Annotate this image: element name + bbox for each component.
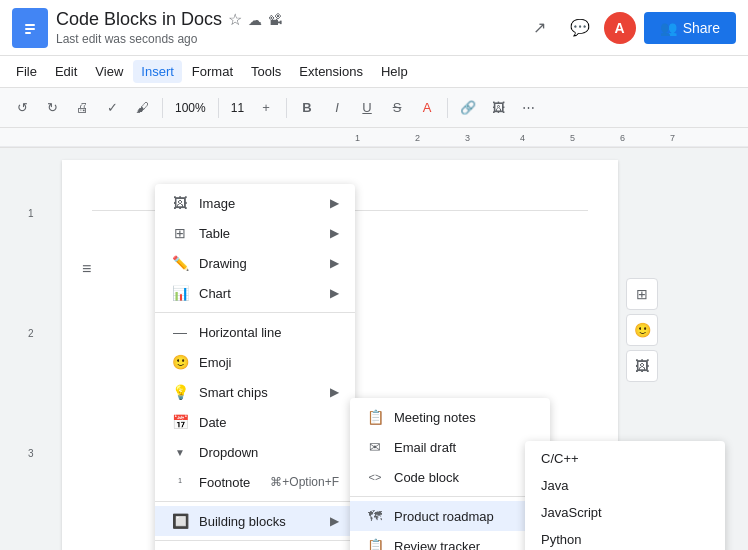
image-arrow: ▶ — [330, 196, 339, 210]
page-number-3: 3 — [28, 448, 34, 459]
hline-menu-icon: — — [171, 323, 189, 341]
zoom-select[interactable]: 100% — [169, 101, 212, 115]
svg-text:3: 3 — [465, 133, 470, 143]
more-button[interactable]: ⋯ — [514, 94, 542, 122]
underline-button[interactable]: U — [353, 94, 381, 122]
emaildraft-icon: ✉ — [366, 438, 384, 456]
image-menu-icon: 🖼 — [171, 194, 189, 212]
paintformat-button[interactable]: 🖌 — [128, 94, 156, 122]
footnote-menu-icon: ¹ — [171, 473, 189, 491]
cloud-icon: ☁ — [248, 12, 262, 28]
comment-icon[interactable]: 💬 — [564, 12, 596, 44]
bb-emaildraft-item[interactable]: ✉ Email draft — [350, 432, 550, 462]
star-icon[interactable]: ☆ — [228, 10, 242, 29]
avatar[interactable]: A — [604, 12, 636, 44]
codeblock-label: Code block — [394, 470, 515, 485]
page-number-1: 1 — [28, 208, 34, 219]
insert-emoji-item[interactable]: 🙂 Emoji — [155, 347, 355, 377]
strikethrough-button[interactable]: S — [383, 94, 411, 122]
redo-button[interactable]: ↻ — [38, 94, 66, 122]
lang-python[interactable]: Python — [525, 526, 725, 550]
chart-menu-icon: 📊 — [171, 284, 189, 302]
insert-footnote-item[interactable]: ¹ Footnote ⌘+Option+F — [155, 467, 355, 497]
meetingnotes-icon: 📋 — [366, 408, 384, 426]
menu-edit[interactable]: Edit — [47, 60, 85, 83]
top-bar: Code Blocks in Docs ☆ ☁ 📽 Last edit was … — [0, 0, 748, 56]
insert-smartchips-item[interactable]: 💡 Smart chips ▶ — [155, 377, 355, 407]
insert-chart-item[interactable]: 📊 Chart ▶ — [155, 278, 355, 308]
bold-button[interactable]: B — [293, 94, 321, 122]
menu-bar: File Edit View Insert Format Tools Exten… — [0, 56, 748, 88]
side-table-icon[interactable]: ⊞ — [626, 278, 658, 310]
bb-productroadmap-item[interactable]: 🗺 Product roadmap — [350, 501, 550, 531]
lang-cplusplus[interactable]: C/C++ — [525, 445, 725, 472]
lang-javascript[interactable]: JavaScript — [525, 499, 725, 526]
history-icon[interactable]: ↗ — [524, 12, 556, 44]
print-button[interactable]: 🖨 — [68, 94, 96, 122]
reviewtracker-icon: 📋 — [366, 537, 384, 550]
insert-date-item[interactable]: 📅 Date — [155, 407, 355, 437]
side-icons-panel: ⊞ 🙂 🖼 — [626, 278, 658, 382]
spellcheck-button[interactable]: ✓ — [98, 94, 126, 122]
insert-drawing-item[interactable]: ✏️ Drawing ▶ — [155, 248, 355, 278]
hline-menu-label: Horizontal line — [199, 325, 339, 340]
main-content: 1 2 3 4 5 6 7 1 2 3 ≡ ⊞ 🙂 🖼 + — [0, 128, 748, 550]
drawing-menu-icon: ✏️ — [171, 254, 189, 272]
bb-codeblock-item[interactable]: <> Code block ▶ — [350, 462, 550, 492]
menu-extensions[interactable]: Extensions — [291, 60, 371, 83]
buildingblocks-menu-icon: 🔲 — [171, 512, 189, 530]
bb-meetingnotes-item[interactable]: 📋 Meeting notes — [350, 402, 550, 432]
date-menu-label: Date — [199, 415, 339, 430]
italic-button[interactable]: I — [323, 94, 351, 122]
menu-file[interactable]: File — [8, 60, 45, 83]
chart-arrow: ▶ — [330, 286, 339, 300]
title-text: Code Blocks in Docs — [56, 9, 222, 30]
text-color-button[interactable]: A — [413, 94, 441, 122]
table-menu-icon: ⊞ — [171, 224, 189, 242]
smartchips-arrow: ▶ — [330, 385, 339, 399]
dropdown-menu-icon: ▼ — [171, 443, 189, 461]
font-size-up[interactable]: + — [252, 94, 280, 122]
productroadmap-label: Product roadmap — [394, 509, 534, 524]
date-menu-icon: 📅 — [171, 413, 189, 431]
emoji-menu-icon: 🙂 — [171, 353, 189, 371]
insert-dropdown-item[interactable]: ▼ Dropdown — [155, 437, 355, 467]
top-right-actions: ↗ 💬 A 👥 Share — [524, 12, 736, 44]
share-button[interactable]: 👥 Share — [644, 12, 736, 44]
menu-tools[interactable]: Tools — [243, 60, 289, 83]
footnote-menu-label: Footnote — [199, 475, 260, 490]
image-button[interactable]: 🖼 — [484, 94, 512, 122]
ruler: 1 2 3 4 5 6 7 — [0, 128, 748, 148]
bb-reviewtracker-item[interactable]: 📋 Review tracker — [350, 531, 550, 550]
menu-format[interactable]: Format — [184, 60, 241, 83]
insert-specialchars-item[interactable]: Ω Special characters — [155, 545, 355, 550]
undo-button[interactable]: ↺ — [8, 94, 36, 122]
dropdown-menu-label: Dropdown — [199, 445, 339, 460]
insert-image-item[interactable]: 🖼 Image ▶ — [155, 188, 355, 218]
insert-buildingblocks-item[interactable]: 🔲 Building blocks ▶ — [155, 506, 355, 536]
svg-text:7: 7 — [670, 133, 675, 143]
svg-rect-2 — [25, 28, 35, 30]
side-emoji-icon[interactable]: 🙂 — [626, 314, 658, 346]
menu-view[interactable]: View — [87, 60, 131, 83]
bb-sep — [350, 496, 550, 497]
svg-text:5: 5 — [570, 133, 575, 143]
side-image-icon[interactable]: 🖼 — [626, 350, 658, 382]
table-arrow: ▶ — [330, 226, 339, 240]
share-icon: 👥 — [660, 20, 677, 36]
svg-text:1: 1 — [355, 133, 360, 143]
present-icon[interactable]: 📽 — [268, 12, 282, 28]
toolbar-sep-1 — [162, 98, 163, 118]
sep-3 — [155, 540, 355, 541]
lang-java[interactable]: Java — [525, 472, 725, 499]
toolbar-sep-3 — [286, 98, 287, 118]
font-size-input[interactable]: 11 — [225, 101, 250, 115]
link-button[interactable]: 🔗 — [454, 94, 482, 122]
app-icon — [12, 8, 48, 48]
insert-hline-item[interactable]: — Horizontal line — [155, 317, 355, 347]
codeblock-icon: <> — [366, 468, 384, 486]
buildingblocks-menu-label: Building blocks — [199, 514, 320, 529]
insert-table-item[interactable]: ⊞ Table ▶ — [155, 218, 355, 248]
menu-insert[interactable]: Insert — [133, 60, 182, 83]
menu-help[interactable]: Help — [373, 60, 416, 83]
